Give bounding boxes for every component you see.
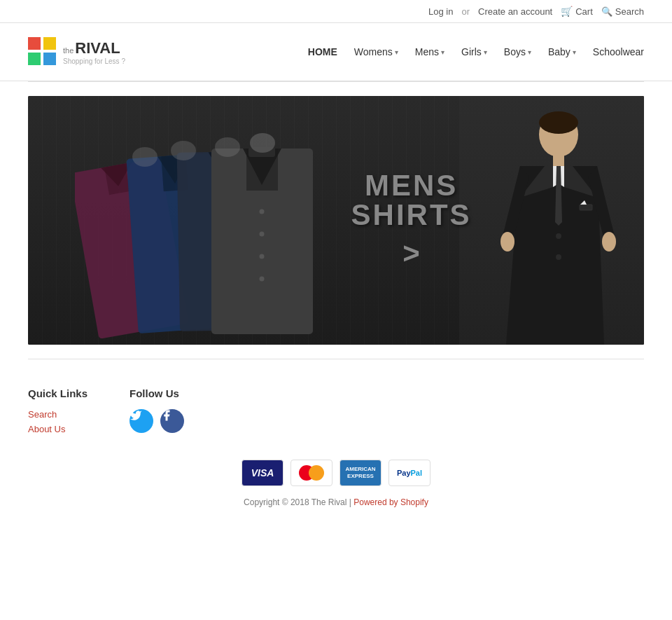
quick-links-section: Quick Links Search About Us	[28, 387, 88, 439]
svg-point-26	[215, 137, 240, 157]
hero-title-line1: MENS	[351, 171, 472, 200]
payment-icons: VISA AMERICANEXPRESS PayPal	[28, 460, 644, 486]
hero-arrow[interactable]: >	[351, 237, 472, 270]
or-separator: or	[461, 6, 470, 17]
powered-by-link[interactable]: Powered by Shopify	[354, 497, 428, 507]
nav-baby[interactable]: Baby ▾	[548, 46, 576, 57]
footer: Quick Links Search About Us Follow Us	[0, 359, 672, 521]
chevron-down-icon: ▾	[395, 48, 398, 56]
search-label: Search	[615, 6, 644, 17]
svg-point-31	[556, 233, 561, 239]
quick-links-heading: Quick Links	[28, 387, 88, 399]
top-bar: Log in or Create an account Cart Search	[0, 0, 672, 23]
chevron-down-icon: ▾	[484, 48, 487, 56]
nav-girls[interactable]: Girls ▾	[461, 46, 487, 57]
create-account-link[interactable]: Create an account	[478, 6, 552, 17]
follow-us-section: Follow Us	[130, 387, 184, 439]
svg-point-33	[500, 232, 514, 252]
logo-the: the	[63, 46, 74, 55]
footer-about-link[interactable]: About Us	[28, 424, 88, 434]
svg-point-19	[260, 209, 265, 214]
logo-rival: RIVAL	[75, 39, 120, 57]
svg-point-34	[602, 232, 616, 252]
header-divider	[28, 81, 644, 82]
svg-rect-35	[580, 205, 592, 210]
social-icons	[130, 409, 184, 437]
cart-label: Cart	[575, 6, 593, 17]
svg-point-20	[260, 232, 265, 237]
svg-point-27	[250, 133, 275, 153]
search-icon	[601, 6, 612, 17]
hero-banner[interactable]: MENS SHIRTS >	[28, 96, 644, 345]
footer-top: Quick Links Search About Us Follow Us	[28, 387, 644, 439]
cart-icon	[561, 6, 573, 17]
nav-mens[interactable]: Mens ▾	[415, 46, 444, 57]
follow-us-heading: Follow Us	[130, 387, 184, 399]
chevron-down-icon: ▾	[441, 48, 444, 56]
hero-text: MENS SHIRTS >	[351, 171, 472, 270]
nav-womens[interactable]: Womens ▾	[354, 46, 398, 57]
search-link[interactable]: Search	[601, 6, 644, 17]
logo-tagline: Shopping for Less ?	[63, 57, 125, 65]
footer-search-link[interactable]: Search	[28, 409, 88, 420]
svg-point-29	[539, 111, 578, 134]
main-nav: HOME Womens ▾ Mens ▾ Girls ▾ Boys ▾ Baby…	[308, 46, 644, 57]
facebook-icon[interactable]	[160, 409, 184, 433]
nav-home[interactable]: HOME	[308, 46, 337, 57]
svg-point-24	[132, 147, 158, 167]
footer-copyright: Copyright © 2018 The Rival | Powered by …	[28, 497, 644, 507]
header: the RIVAL Shopping for Less ? HOME Women…	[0, 23, 672, 81]
svg-rect-30	[553, 153, 564, 167]
cart-link[interactable]: Cart	[561, 6, 593, 17]
svg-point-32	[556, 254, 561, 260]
amex-payment-icon: AMERICANEXPRESS	[340, 460, 382, 486]
mastercard-payment-icon	[290, 460, 332, 486]
copyright-text: Copyright © 2018 The Rival |	[244, 497, 351, 507]
svg-point-22	[260, 277, 265, 282]
hero-shirts-display	[28, 96, 367, 345]
svg-point-25	[171, 141, 196, 160]
nav-boys[interactable]: Boys ▾	[504, 46, 531, 57]
logo[interactable]: the RIVAL Shopping for Less ?	[28, 37, 125, 67]
paypal-payment-icon: PayPal	[388, 460, 430, 486]
chevron-down-icon: ▾	[573, 48, 576, 56]
hero-title-line2: SHIRTS	[351, 200, 472, 230]
svg-point-21	[260, 254, 265, 259]
nav-schoolwear[interactable]: Schoolwear	[593, 46, 644, 57]
login-link[interactable]: Log in	[428, 6, 453, 17]
hero-man-display	[459, 96, 644, 345]
visa-payment-icon: VISA	[241, 460, 284, 486]
twitter-icon[interactable]	[130, 409, 153, 433]
chevron-down-icon: ▾	[528, 48, 531, 56]
